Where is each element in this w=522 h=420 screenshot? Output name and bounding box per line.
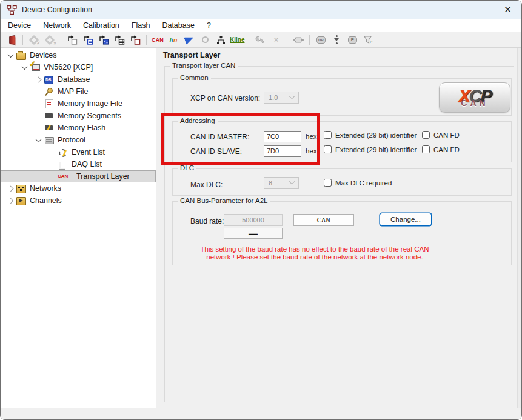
expand-chevron [33,111,44,121]
checkbox-box[interactable] [324,179,332,187]
tree-item-devices[interactable]: Devices [1,49,156,61]
checkbox-box[interactable] [324,145,332,153]
checkbox-label: CAN FD [433,132,460,139]
toolbar-separator [309,35,310,45]
change-button[interactable]: Change... [380,213,432,226]
add-device-red-icon[interactable] [129,33,142,47]
xcp-on-can-logo: XCP CAN [439,82,510,113]
memory-image-icon [44,99,55,108]
menu-network[interactable]: Network [37,19,77,32]
checkbox-box[interactable] [422,145,430,153]
p-icon-label: P [348,36,357,44]
protocol-icon [44,135,55,145]
xcp-version-value: 1.0 [269,94,278,101]
warning-line: This setting of the baud rate has no eff… [172,245,457,253]
max-dlc-select: 8 [264,177,299,189]
can-bus-type-button[interactable]: CAN [293,214,354,226]
exit-icon[interactable] [5,33,18,47]
menu-device[interactable]: Device [2,19,37,32]
devices-folder-icon [16,50,27,60]
add-device-gray-icon[interactable] [65,33,79,47]
tree-item-label: Memory Segments [58,112,125,120]
lin-bus-icon[interactable]: l i n [167,33,180,47]
page-title: Transport Layer [163,51,220,59]
scrollbar-track[interactable] [517,48,522,408]
connector-icon [292,33,305,47]
assign-remove-icon: × [43,33,56,47]
assign-check-icon: ✓ [27,33,41,47]
ring-icon[interactable] [198,33,212,47]
tree-item-transport-layer[interactable]: CANTransport Layer [1,170,156,182]
tree-item-label: Networks [30,184,65,193]
toolbar-separator [61,35,61,45]
expand-chevron [33,123,44,133]
expand-chevron [47,159,58,169]
expand-chevron[interactable] [19,62,30,72]
menu-database[interactable]: Database [156,19,201,32]
checkbox-box[interactable] [324,131,332,139]
menu-calibration[interactable]: Calibration [77,19,125,32]
menu-help[interactable]: ? [201,19,217,32]
baud-rate-warning: This setting of the baud rate has no eff… [172,245,457,261]
network-nodes-icon[interactable] [214,33,227,47]
checkbox-label: Extended (29 bit) identifier [335,132,417,139]
tree-item-daq-list[interactable]: DAQ List [1,158,156,170]
can-fd-master-checkbox[interactable]: CAN FD [422,131,460,139]
checkbox-label: CAN FD [433,146,460,153]
tree-item-vn5620-xcp[interactable]: VN5620 [XCP] [1,61,156,73]
expand-chevron[interactable] [5,196,16,205]
tree-item-label: Transport Layer [76,172,133,181]
can-id-master-input[interactable]: 7C0 [264,131,301,142]
map-pin-icon [44,87,55,96]
extended-identifier-master-checkbox[interactable]: Extended (29 bit) identifier [324,131,417,139]
extended-identifier-slave-checkbox[interactable]: Extended (29 bit) identifier [324,145,417,153]
tree-item-networks[interactable]: Networks [1,182,156,195]
menu-flash[interactable]: Flash [125,19,156,32]
chevron-down-icon [289,93,295,99]
can-fd-slave-checkbox[interactable]: CAN FD [422,145,460,153]
baud-dash-button[interactable]: — [224,228,283,239]
can-id-slave-input[interactable]: 7D0 [264,145,301,157]
tree-item-protocol[interactable]: Protocol [1,134,156,146]
group-label: DLC [178,164,196,172]
tree-item-channels[interactable]: Channels [1,195,156,207]
app-icon [7,5,17,15]
can-bus-icon[interactable]: CAN [151,33,164,47]
device-tree: DevicesVN5620 [XCP]DatabaseMAP FileMemor… [1,48,156,408]
main-area: DevicesVN5620 [XCP]DatabaseMAP FileMemor… [1,48,522,409]
expand-chevron[interactable] [5,184,16,193]
checkbox-box[interactable] [422,131,430,139]
toolbar-separator [249,35,249,45]
tree-item-label: Devices [30,51,60,59]
expand-chevron [47,147,58,157]
max-dlc-required-checkbox[interactable]: Max DLC required [324,179,392,187]
add-device-grid-icon[interactable] [113,33,126,47]
tree-item-event-list[interactable]: Event List [1,146,156,158]
expand-chevron[interactable] [5,50,16,60]
baud-rate-input: 500000 [224,214,283,226]
most-bus-icon[interactable] [182,33,196,47]
lin-letter: n [173,36,178,44]
database-icon [44,75,55,84]
group-label: Common [178,74,211,81]
tree-item-map-file[interactable]: MAP File [1,85,156,98]
add-device-blue-icon[interactable] [97,33,110,47]
add-device-db-icon[interactable] [81,33,95,47]
memory-segments-icon [44,111,55,121]
tree-item-label: DAQ List [72,160,105,168]
tree-item-label: Memory Flash [58,124,109,132]
expand-chevron [33,99,44,108]
tree-item-memory-flash[interactable]: Memory Flash [1,122,156,134]
tree-item-memory-image-file[interactable]: Memory Image File [1,98,156,110]
expand-chevron[interactable] [33,135,44,145]
tree-item-memory-segments[interactable]: Memory Segments [1,110,156,122]
toolbar-separator [287,35,287,45]
tree-item-database[interactable]: Database [1,73,156,85]
tree-item-label: Database [58,75,94,84]
kline-bus-icon[interactable]: Kline [230,33,244,47]
xcp-version-select: 1.0 [264,92,299,104]
close-button[interactable]: ✕ [494,1,521,19]
expand-chevron[interactable] [33,75,44,84]
delete-icon: × [269,33,283,47]
window-title: Device Configuration [22,5,92,14]
